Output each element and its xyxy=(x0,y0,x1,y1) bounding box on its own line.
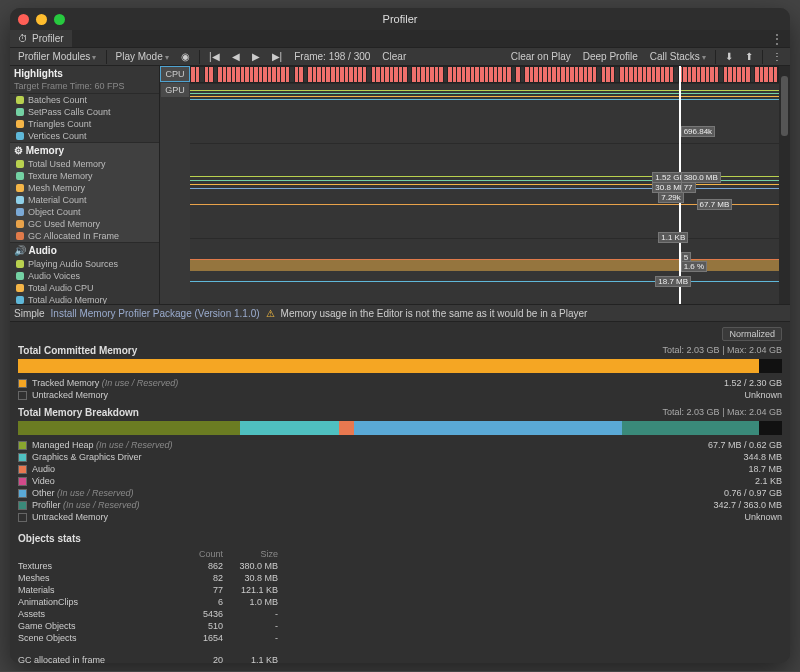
legend-item[interactable]: GC Allocated In Frame xyxy=(10,230,159,242)
clear-on-play-button[interactable]: Clear on Play xyxy=(506,51,576,62)
row-swatch xyxy=(18,379,27,388)
legend-item[interactable]: Texture Memory xyxy=(10,170,159,182)
objects-title: Objects stats xyxy=(18,533,81,544)
minimize-icon[interactable] xyxy=(36,14,47,25)
legend-label: Triangles Count xyxy=(28,119,91,129)
row-value: 342.7 / 363.0 MB xyxy=(672,500,782,510)
tab-bar: ⏱ Profiler ⋮ xyxy=(10,30,790,48)
row-name: Video xyxy=(32,476,192,486)
legend-label: GC Allocated In Frame xyxy=(28,231,119,241)
committed-title: Total Committed Memory xyxy=(18,345,137,356)
legend-swatch xyxy=(16,132,24,140)
chart-scrollbar[interactable] xyxy=(779,66,790,304)
row-swatch xyxy=(18,489,27,498)
objects-row: Game Objects510- xyxy=(18,620,782,632)
play-mode-dropdown[interactable]: Play Mode xyxy=(111,51,174,62)
charts-area: Highlights Target Frame Time: 60 FPS Bat… xyxy=(10,66,790,304)
frame-strip[interactable] xyxy=(190,66,779,83)
legend-label: Playing Audio Sources xyxy=(28,259,118,269)
frame-prev-button[interactable]: ◀ xyxy=(227,51,245,62)
deep-profile-button[interactable]: Deep Profile xyxy=(578,51,643,62)
profiler-modules-dropdown[interactable]: Profiler Modules xyxy=(13,51,102,62)
legend-label: Texture Memory xyxy=(28,171,93,181)
traffic-lights xyxy=(18,14,65,25)
memory-view-toolbar: Simple Install Memory Profiler Package (… xyxy=(10,304,790,322)
gpu-label[interactable]: GPU xyxy=(161,83,189,97)
legend-label: GC Used Memory xyxy=(28,219,100,229)
legend-label: Mesh Memory xyxy=(28,183,85,193)
frame-last-button[interactable]: ▶| xyxy=(267,51,288,62)
legend-item[interactable]: Batches Count xyxy=(10,94,159,106)
committed-bar xyxy=(18,359,782,373)
legend-item[interactable]: Total Audio CPU xyxy=(10,282,159,294)
frame-next-button[interactable]: ▶ xyxy=(247,51,265,62)
warning-text: Memory usage in the Editor is not the sa… xyxy=(281,308,588,319)
row-name: Tracked Memory (In use / Reserved) xyxy=(32,378,192,388)
legend-item[interactable]: Object Count xyxy=(10,206,159,218)
row-swatch xyxy=(18,513,27,522)
marker-label: 1.6 % xyxy=(681,261,707,272)
legend-item[interactable]: Mesh Memory xyxy=(10,182,159,194)
legend-item[interactable]: GC Used Memory xyxy=(10,218,159,230)
gc-size: 1.1 KB xyxy=(223,655,278,663)
legend-swatch xyxy=(16,184,24,192)
legend-label: Material Count xyxy=(28,195,87,205)
warning-icon: ⚠ xyxy=(266,308,275,319)
record-button[interactable]: ◉ xyxy=(176,51,195,62)
profiler-icon: ⏱ xyxy=(18,33,28,44)
legend-swatch xyxy=(16,260,24,268)
module-rendering[interactable]: Batches CountSetPass Calls CountTriangle… xyxy=(10,94,159,143)
cpu-label[interactable]: CPU xyxy=(161,67,189,81)
objects-header: CountSize xyxy=(18,548,782,560)
row-name: Untracked Memory xyxy=(32,390,192,400)
simple-dropdown[interactable]: Simple xyxy=(14,308,45,319)
install-package-link[interactable]: Install Memory Profiler Package (Version… xyxy=(51,308,260,319)
module-highlights[interactable]: Highlights Target Frame Time: 60 FPS xyxy=(10,66,159,94)
normalized-toggle[interactable]: Normalized xyxy=(722,327,782,341)
legend-item[interactable]: Material Count xyxy=(10,194,159,206)
legend-item[interactable]: Total Audio Memory xyxy=(10,294,159,304)
gc-label: GC allocated in frame xyxy=(18,655,178,663)
tab-menu-icon[interactable]: ⋮ xyxy=(765,32,790,46)
legend-item[interactable]: Audio Voices xyxy=(10,270,159,282)
load-button[interactable]: ⬇ xyxy=(720,51,738,62)
marker-label: 67.7 MB xyxy=(697,199,733,210)
breakdown-title: Total Memory Breakdown xyxy=(18,407,139,418)
legend-item[interactable]: Playing Audio Sources xyxy=(10,258,159,270)
close-icon[interactable] xyxy=(18,14,29,25)
row-name: Graphics & Graphics Driver xyxy=(32,452,192,462)
legend-swatch xyxy=(16,172,24,180)
objects-row: AnimationClips61.0 MB xyxy=(18,596,782,608)
row-value: 2.1 KB xyxy=(672,476,782,486)
chart-canvas[interactable]: 696.84k 1.52 GB 380.0 MB 30.8 MB 77 7.29… xyxy=(190,66,779,304)
clear-button[interactable]: Clear xyxy=(377,51,411,62)
row-value: 67.7 MB / 0.62 GB xyxy=(672,440,782,450)
row-swatch xyxy=(18,441,27,450)
profiler-window: Profiler ⏱ Profiler ⋮ Profiler Modules P… xyxy=(10,8,790,663)
target-fps[interactable]: Target Frame Time: 60 FPS xyxy=(10,81,159,93)
call-stacks-dropdown[interactable]: Call Stacks xyxy=(645,51,711,62)
legend-swatch xyxy=(16,296,24,304)
module-memory[interactable]: ⚙ Memory Total Used MemoryTexture Memory… xyxy=(10,143,159,243)
memory-row: Tracked Memory (In use / Reserved)1.52 /… xyxy=(18,377,782,389)
legend-item[interactable]: SetPass Calls Count xyxy=(10,106,159,118)
context-menu-icon[interactable]: ⋮ xyxy=(767,51,787,62)
legend-label: Object Count xyxy=(28,207,81,217)
tab-profiler[interactable]: ⏱ Profiler xyxy=(10,30,72,47)
titlebar[interactable]: Profiler xyxy=(10,8,790,30)
module-audio[interactable]: 🔊 Audio Playing Audio SourcesAudio Voice… xyxy=(10,243,159,304)
legend-swatch xyxy=(16,96,24,104)
legend-item[interactable]: Triangles Count xyxy=(10,118,159,130)
frame-first-button[interactable]: |◀ xyxy=(204,51,225,62)
legend-swatch xyxy=(16,120,24,128)
row-name: Other (In use / Reserved) xyxy=(32,488,192,498)
legend-swatch xyxy=(16,160,24,168)
maximize-icon[interactable] xyxy=(54,14,65,25)
legend-item[interactable]: Total Used Memory xyxy=(10,158,159,170)
row-swatch xyxy=(18,465,27,474)
marker-label: 7.29k xyxy=(658,192,684,203)
legend-item[interactable]: Vertices Count xyxy=(10,130,159,142)
marker-label: 1.1 KB xyxy=(658,232,688,243)
save-button[interactable]: ⬆ xyxy=(740,51,758,62)
highlights-title: Highlights xyxy=(10,66,159,81)
